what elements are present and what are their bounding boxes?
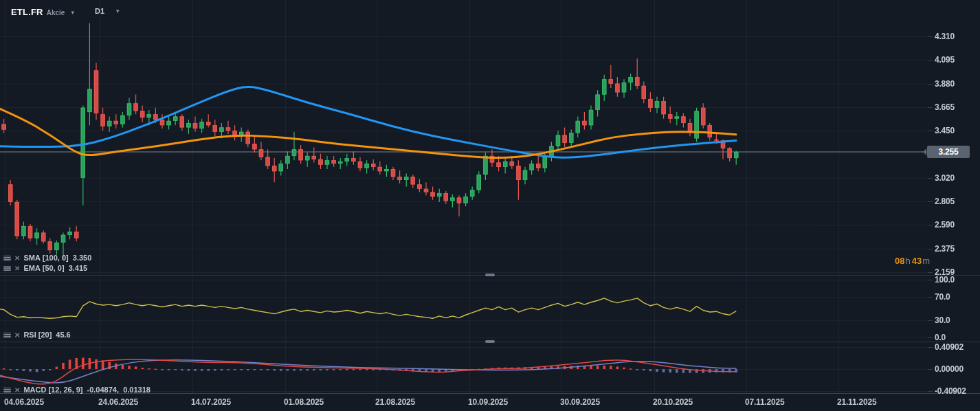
symbol-selector[interactable]: ETL.FR Akcie ▾ <box>11 7 74 17</box>
chart-canvas[interactable] <box>0 0 980 411</box>
legend-sma: ✕ SMA [100, 0] 3.350 <box>3 253 91 263</box>
current-price-badge: 3.255 <box>927 146 970 158</box>
close-icon[interactable]: ✕ <box>14 265 20 272</box>
rsi-axis-label: 100.0 <box>935 275 955 285</box>
countdown-minutes: 43 <box>912 256 922 266</box>
chevron-down-icon: ▾ <box>71 9 74 16</box>
price-axis-label: 2.375 <box>935 244 955 254</box>
price-axis-label: 4.310 <box>935 32 955 41</box>
timeframe-selector[interactable]: D1 ▾ <box>95 7 120 15</box>
countdown-hours: 08 <box>895 256 904 266</box>
legend-value: -0.04874, 0.01318 <box>87 386 151 394</box>
close-icon[interactable]: ✕ <box>14 331 20 339</box>
price-axis-label: 3.020 <box>935 173 955 183</box>
legend-rsi: ✕ RSI [20] 45.6 <box>3 330 71 340</box>
settings-icon[interactable] <box>3 254 12 262</box>
macd-axis-label: 0.00000 <box>935 364 964 374</box>
legend-value: 3.350 <box>73 254 92 262</box>
legend-value: 45.6 <box>56 331 70 339</box>
timeframe-label: D1 <box>95 7 104 15</box>
time-axis-label: 21.11.2025 <box>837 397 876 407</box>
price-axis-label: 3.450 <box>935 126 955 135</box>
session-countdown: 08h43m <box>845 256 931 266</box>
legend-params: [100, 0] <box>43 254 69 262</box>
price-axis-label: 4.095 <box>935 55 955 65</box>
rsi-axis-label: 0.0 <box>935 333 946 342</box>
price-axis-label: 2.590 <box>935 220 955 230</box>
legend-params: [20] <box>38 331 52 339</box>
legend-value: 3.415 <box>69 264 88 272</box>
settings-icon[interactable] <box>3 386 12 394</box>
macd-axis-label: -0.40902 <box>935 386 966 396</box>
legend-name: RSI <box>23 331 36 339</box>
trading-chart-window: ETL.FR Akcie ▾ D1 ▾ ✕ SMA [100, 0] 3.350… <box>0 0 980 411</box>
macd-axis-label: 0.40902 <box>935 342 964 352</box>
instrument-type-label: Akcie <box>47 9 65 16</box>
time-axis-label: 07.11.2025 <box>745 397 784 407</box>
legend-macd: ✕ MACD [12, 26, 9] -0.04874, 0.01318 <box>3 385 151 395</box>
settings-icon[interactable] <box>3 331 12 339</box>
time-axis-label: 24.06.2025 <box>98 397 138 407</box>
time-axis-label: 04.06.2025 <box>4 397 44 407</box>
time-axis-label: 20.10.2025 <box>653 397 693 407</box>
close-icon[interactable]: ✕ <box>14 254 20 262</box>
panel-resize-handle[interactable] <box>485 340 495 343</box>
countdown-hours-unit: h <box>905 256 910 266</box>
panel-resize-handle[interactable] <box>485 274 495 276</box>
legend-params: [12, 26, 9] <box>48 386 82 394</box>
rsi-axis-label: 30.0 <box>935 315 950 325</box>
countdown-minutes-unit: m <box>922 256 930 266</box>
current-price-value: 3.255 <box>938 147 958 157</box>
legend-name: MACD <box>23 386 46 394</box>
time-axis-label: 10.09.2025 <box>468 397 508 407</box>
close-icon[interactable]: ✕ <box>14 386 20 394</box>
legend-name: EMA <box>23 264 40 272</box>
price-axis-label: 2.805 <box>935 197 955 206</box>
time-axis-label: 30.09.2025 <box>560 397 600 407</box>
chevron-down-icon: ▾ <box>116 8 120 14</box>
rsi-axis-label: 70.0 <box>935 292 950 302</box>
time-axis-label: 21.08.2025 <box>375 397 415 407</box>
settings-icon[interactable] <box>3 265 12 272</box>
time-axis-label: 14.07.2025 <box>191 397 231 407</box>
legend-ema: ✕ EMA [50, 0] 3.415 <box>3 263 87 273</box>
price-axis-label: 3.880 <box>935 79 955 89</box>
legend-name: SMA <box>23 254 40 262</box>
symbol-name: ETL.FR <box>11 7 43 17</box>
legend-params: [50, 0] <box>43 264 65 272</box>
time-axis-label: 01.08.2025 <box>284 397 324 407</box>
price-axis-label: 3.665 <box>935 102 955 112</box>
